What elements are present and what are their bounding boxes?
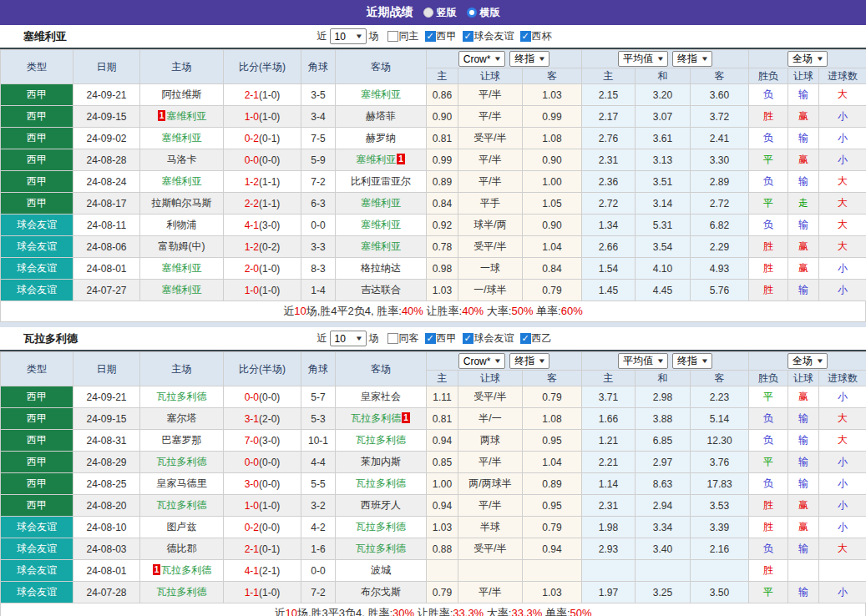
- match-date: 24-08-11: [73, 215, 140, 236]
- filter-laliga[interactable]: 西甲: [419, 29, 457, 43]
- team-name: 瓦拉多利德: [356, 477, 406, 489]
- recent-count-select[interactable]: 10 ▼: [330, 28, 367, 44]
- avg-home-odds: 1.54: [582, 258, 636, 280]
- crow-company-select[interactable]: Crow*▼: [458, 51, 506, 67]
- crow-handicap: 受平/半: [458, 236, 523, 258]
- crow-handicap: 平/半: [458, 495, 523, 517]
- summary-part: 场,胜3平3负4, 胜率:: [297, 607, 392, 616]
- radio-unselected-icon[interactable]: [467, 8, 477, 18]
- col-crow-home: 主: [427, 371, 458, 386]
- result-goals: 小: [819, 128, 866, 149]
- summary-part: 30%: [392, 607, 414, 616]
- filter-label: 西甲: [437, 29, 457, 43]
- result-goals: 大: [819, 236, 866, 258]
- layout-horizontal-label: 横版: [480, 6, 500, 20]
- result-wdl: 胜: [749, 106, 788, 128]
- result-wdl: 胜: [749, 517, 788, 538]
- summary-part: 大率:: [484, 305, 511, 317]
- checkbox-icon[interactable]: [387, 333, 398, 344]
- match-row: 西甲24-09-21瓦拉多利德0-0(0-0)5-7皇家社会1.11受平/半0.…: [1, 386, 866, 408]
- crow-home-odds: 0.79: [427, 582, 458, 603]
- result-wdl: 平: [749, 452, 788, 473]
- crow-handicap: 一/球半: [458, 280, 523, 301]
- results-table: 类型 日期 主场 比分(半场) 角球 客场 Crow*▼ 终指▼ 平均值▼ 终指…: [0, 351, 866, 603]
- crow-company-select[interactable]: Crow*▼: [458, 353, 506, 369]
- result-wdl: 胜: [749, 280, 788, 301]
- avg-draw-odds: 2.97: [636, 452, 691, 473]
- col-date: 日期: [73, 50, 140, 84]
- layout-radio-horizontal[interactable]: 横版: [467, 6, 500, 20]
- col-date: 日期: [73, 352, 140, 386]
- layout-radio-vertical[interactable]: 竖版: [423, 6, 457, 20]
- crow-away-odds: 0.79: [523, 517, 582, 538]
- avg-home-odds: 1.45: [582, 280, 636, 301]
- team-name: 拉斯帕尔马斯: [152, 197, 212, 209]
- avg-draw-odds: [636, 560, 691, 582]
- result-handicap: 赢: [788, 386, 819, 408]
- scope-value: 全场: [793, 52, 813, 66]
- checkbox-icon[interactable]: [520, 333, 531, 344]
- checkbox-icon[interactable]: [425, 31, 436, 42]
- near-label: 近: [317, 331, 327, 346]
- checkbox-icon[interactable]: [520, 31, 531, 42]
- home-team: 瓦拉多利德: [140, 386, 224, 408]
- average-final-select[interactable]: 终指▼: [672, 353, 712, 369]
- league-badge: 西甲: [1, 193, 73, 215]
- filter-label: 球会友谊: [474, 331, 514, 346]
- crow-final-select[interactable]: 终指▼: [509, 353, 549, 369]
- recent-count-select[interactable]: 10 ▼: [330, 331, 367, 346]
- crow-final-select[interactable]: 终指▼: [509, 51, 549, 67]
- average-final-select[interactable]: 终指▼: [672, 51, 712, 67]
- result-handicap: 走: [788, 193, 819, 215]
- avg-draw-odds: 3.25: [636, 582, 691, 603]
- halftime-score: (0-0): [259, 522, 280, 533]
- summary-part: 40%: [462, 305, 484, 317]
- checkbox-icon[interactable]: [387, 31, 398, 42]
- radio-selected-icon[interactable]: [423, 8, 433, 18]
- filter-club-friendly[interactable]: 球会友谊: [457, 331, 514, 346]
- score-cell: 1-2(1-1): [224, 171, 301, 193]
- col-away: 客场: [336, 352, 427, 386]
- avg-home-odds: 2.31: [582, 495, 636, 517]
- avg-home-odds: 2.93: [582, 538, 636, 560]
- checkbox-icon[interactable]: [463, 31, 474, 42]
- red-card-badge: 1: [158, 110, 166, 121]
- corners-value: 7-2: [301, 582, 336, 603]
- chevron-down-icon: ▼: [816, 357, 824, 365]
- scope-select[interactable]: 全场▼: [788, 51, 828, 67]
- average-select[interactable]: 平均值▼: [618, 51, 668, 67]
- halftime-score: (1-0): [259, 285, 280, 296]
- filter-same-away[interactable]: 同客: [382, 331, 419, 346]
- filter-laliga[interactable]: 西甲: [419, 331, 457, 346]
- avg-draw-odds: 8.63: [636, 473, 691, 495]
- match-row: 球会友谊24-07-27塞维利亚1-0(1-0)1-4吉达联合1.03一/球半0…: [1, 280, 866, 301]
- team-name: 塞维利亚: [361, 219, 401, 230]
- checkbox-icon[interactable]: [425, 333, 436, 344]
- away-team: 格拉纳达: [336, 258, 427, 280]
- avg-home-odds: 1.98: [582, 517, 636, 538]
- checkbox-icon[interactable]: [463, 333, 474, 344]
- result-goals: 大: [819, 538, 866, 560]
- average-select[interactable]: 平均值▼: [618, 353, 668, 369]
- corners-value: 5-7: [301, 386, 336, 408]
- avg-away-odds: 2.41: [691, 128, 749, 149]
- team-name: 瓦拉多利德: [356, 521, 406, 533]
- col-score: 比分(半场): [224, 50, 301, 84]
- filter-club-friendly[interactable]: 球会友谊: [457, 29, 514, 43]
- avg-away-odds: 2.23: [691, 386, 749, 408]
- corners-value: 1-6: [301, 538, 336, 560]
- team-name: 塞维利亚: [356, 154, 396, 165]
- filter-segunda[interactable]: 西乙: [514, 331, 552, 346]
- filter-same-home[interactable]: 同主: [382, 29, 419, 43]
- league-badge: 球会友谊: [1, 215, 73, 236]
- result-wdl: 负: [749, 84, 788, 106]
- col-corners: 角球: [301, 352, 336, 386]
- result-handicap: 赢: [788, 149, 819, 171]
- scope-select[interactable]: 全场▼: [788, 353, 828, 369]
- col-avg-away: 客: [691, 68, 749, 84]
- avg-away-odds: 3.39: [691, 517, 749, 538]
- crow-handicap: 平/半: [458, 171, 523, 193]
- filter-copa[interactable]: 西杯: [514, 29, 552, 43]
- corners-value: 5-3: [301, 408, 336, 430]
- away-team: 布尔戈斯: [336, 582, 427, 603]
